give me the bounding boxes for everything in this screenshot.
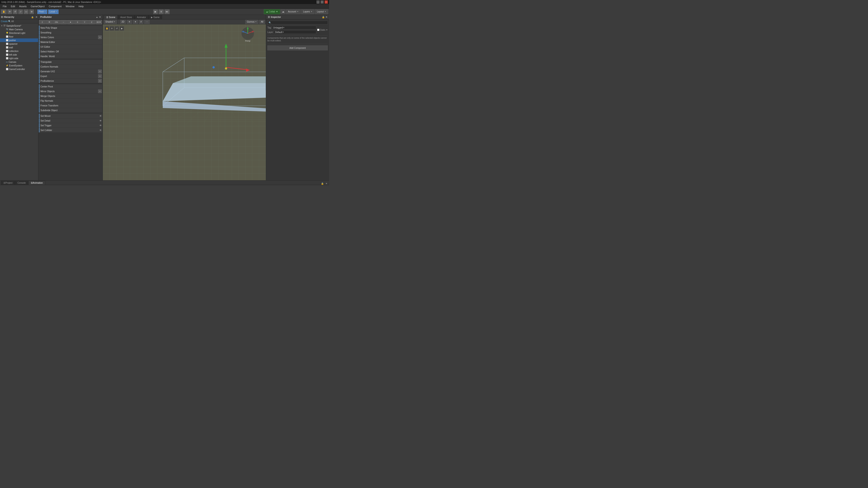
hierarchy-item-collection[interactable]: ⬜ collection	[0, 49, 38, 53]
scene-view[interactable]: X Y Z Persp ✋ ✛ ↺ ▶	[103, 24, 266, 180]
cloud-button[interactable]: ☁	[281, 9, 285, 14]
scene-extras-button[interactable]: ⋯	[144, 20, 150, 24]
pb-set-mover[interactable]: Set Mover 👁	[39, 113, 102, 118]
pb-generate-uv2-add[interactable]: +	[98, 70, 102, 73]
local-button[interactable]: Local ▼	[48, 9, 59, 14]
layer-field[interactable]: Default ▼	[274, 30, 316, 34]
maximize-button[interactable]: □	[320, 0, 324, 4]
pb-export[interactable]: Export +	[39, 74, 102, 78]
hierarchy-item-floor[interactable]: ⬜ floor	[0, 35, 38, 38]
shaded-button[interactable]: Shaded ▼	[104, 20, 117, 24]
static-checkbox[interactable]	[317, 29, 319, 31]
pb-mode-on[interactable]: ON	[53, 20, 60, 24]
rect-tool[interactable]: ▭	[24, 9, 29, 14]
pb-handle-world[interactable]: Handle: World	[39, 54, 102, 59]
pb-new-poly-shape[interactable]: New Poly Shape	[39, 26, 102, 30]
pb-triangulate[interactable]: Triangulate	[39, 60, 102, 64]
hierarchy-lock[interactable]: 🔒	[31, 16, 34, 18]
play-button[interactable]: ▶	[153, 9, 158, 14]
pb-probuilderize-add[interactable]: +	[98, 79, 102, 83]
scale-tool[interactable]: ⤢	[18, 9, 23, 14]
scene-view-play[interactable]: ▶	[120, 26, 124, 31]
pb-set-collider[interactable]: Set Collider 👁	[39, 128, 102, 132]
menu-file[interactable]: File	[1, 4, 8, 8]
hierarchy-item-wall[interactable]: ⬜ wall	[0, 46, 38, 49]
hierarchy-item-dirlight[interactable]: 💡 Directional Light	[0, 31, 38, 35]
hierarchy-item-canvas[interactable]: ▭ Canvas	[0, 60, 38, 64]
2d-button[interactable]: 2D	[120, 20, 126, 24]
pb-select-hidden[interactable]: Select Hidden: Off	[39, 49, 102, 54]
pb-mode-3d[interactable]: 3D▼	[95, 20, 102, 24]
menu-gameobject[interactable]: GameObject	[29, 4, 46, 8]
scene-tab-scene[interactable]: ☰ Scene	[104, 15, 118, 19]
pb-mirror-objects-add[interactable]: +	[98, 90, 102, 93]
menu-help[interactable]: Help	[76, 4, 86, 8]
bottom-tab-project[interactable]: ☰ Project	[1, 181, 15, 185]
scene-tab-game[interactable]: ▶ Game	[149, 15, 162, 19]
bottom-tab-console[interactable]: Console	[15, 181, 28, 185]
scene-view-hand[interactable]: ✋	[105, 26, 109, 31]
pb-uv-editor[interactable]: UV Editor	[39, 44, 102, 49]
create-button[interactable]: Create	[1, 20, 8, 23]
pb-merge-objects[interactable]: Merge Objects	[39, 94, 102, 98]
hierarchy-item-gamecontroller[interactable]: ⬜ GameController	[0, 67, 38, 71]
hierarchy-item-pusher[interactable]: ⬜ pusher	[0, 38, 38, 42]
transform-tool[interactable]: ⊕	[29, 9, 34, 14]
account-button[interactable]: Account ▼	[286, 9, 301, 14]
pb-probuilderize[interactable]: ProBuilderize +	[39, 78, 102, 83]
grid-button[interactable]: #	[139, 20, 143, 24]
pb-mode-z[interactable]: Z	[88, 20, 95, 24]
menu-assets[interactable]: Assets	[18, 4, 29, 8]
hierarchy-item-rightside[interactable]: ⬜ right-side	[0, 57, 38, 60]
move-tool[interactable]: ✛	[7, 9, 12, 14]
pb-set-detail[interactable]: Set Detail 👁	[39, 119, 102, 123]
pb-set-trigger[interactable]: Set Trigger 👁	[39, 123, 102, 128]
hierarchy-close[interactable]: ✕	[35, 16, 37, 18]
scene-tab-assetstore[interactable]: Asset Store	[118, 15, 134, 19]
lighting-button[interactable]: ☀	[127, 20, 132, 24]
pb-mode-eye[interactable]: 👁	[46, 20, 53, 24]
menu-edit[interactable]: Edit	[9, 4, 17, 8]
pb-set-trigger-eye[interactable]: 👁	[99, 124, 102, 127]
pivot-button[interactable]: Pivot ▼	[37, 9, 48, 14]
pb-mode-x[interactable]: X	[74, 20, 81, 24]
pb-vertex-colors-add[interactable]: +	[98, 35, 102, 39]
pb-freeze-transform[interactable]: Freeze Transform	[39, 103, 102, 108]
pb-mirror-objects[interactable]: Mirror Objects +	[39, 89, 102, 94]
collab-button[interactable]: ☁ Collab ▼	[264, 9, 280, 14]
pb-set-collider-eye[interactable]: 👁	[99, 129, 102, 131]
pb-mode-2[interactable]: 2	[39, 20, 46, 24]
pb-up-arrow[interactable]: ▲	[96, 16, 98, 18]
step-button[interactable]: ⏭	[164, 9, 170, 14]
inspector-lock[interactable]: 🔒	[322, 16, 324, 18]
tag-field[interactable]: Untagged ▼	[272, 26, 316, 29]
all-button[interactable]: All	[11, 20, 14, 23]
scene-view-rotate[interactable]: ↺	[115, 26, 119, 31]
pb-set-mover-eye[interactable]: 👁	[99, 115, 102, 117]
rotate-tool[interactable]: ↺	[13, 9, 18, 14]
pb-flip-normals[interactable]: Flip Normals	[39, 98, 102, 103]
menu-window[interactable]: Window	[64, 4, 76, 8]
pb-center-pivot[interactable]: Center Pivot	[39, 84, 102, 89]
pb-mode-arrow[interactable]: ↔	[60, 20, 67, 24]
minimize-button[interactable]: _	[316, 0, 320, 4]
pb-mode-y[interactable]: Y	[81, 20, 88, 24]
pb-vertex-colors[interactable]: Vertex Colors +	[39, 35, 102, 39]
pause-button[interactable]: ⏸	[158, 9, 164, 14]
gizmos-button[interactable]: Gizmos ▼	[245, 20, 258, 24]
pb-close[interactable]: ✕	[99, 16, 101, 18]
pb-export-add[interactable]: +	[98, 74, 102, 78]
hierarchy-item-maincamera[interactable]: 📷 Main Camera	[0, 28, 38, 31]
pb-mode-dot[interactable]: ●	[67, 20, 74, 24]
pb-set-detail-eye[interactable]: 👁	[99, 120, 102, 122]
bottom-close[interactable]: ✕	[324, 182, 328, 185]
pb-generate-uv2[interactable]: Generate UV2 +	[39, 69, 102, 74]
scene-all-button[interactable]: All	[259, 20, 265, 24]
menu-component[interactable]: Component	[47, 4, 63, 8]
add-component-button[interactable]: Add Component	[268, 45, 328, 51]
fx-button[interactable]: ✦	[133, 20, 138, 24]
pb-smoothing[interactable]: Smoothing	[39, 30, 102, 35]
hierarchy-item-leftside[interactable]: ⬜ left-side	[0, 53, 38, 57]
bottom-tab-animation[interactable]: ☰ Animation	[28, 181, 45, 185]
scene-view-move[interactable]: ✛	[110, 26, 114, 31]
